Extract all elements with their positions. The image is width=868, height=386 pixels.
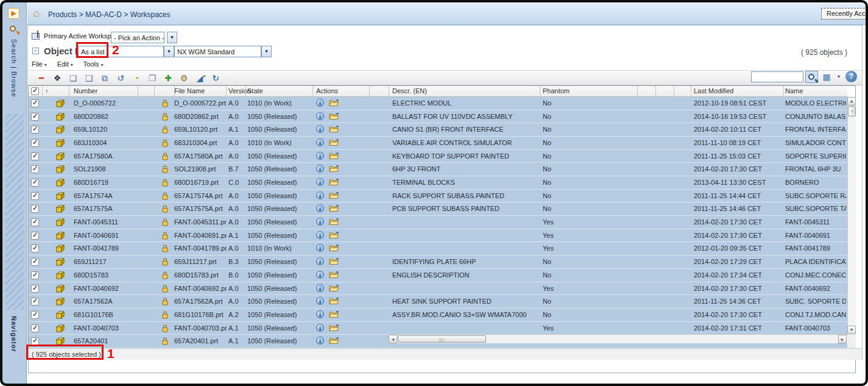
pick-action-dropdown[interactable]: - Pick an Action - bbox=[111, 32, 164, 43]
info-icon[interactable]: i bbox=[316, 99, 324, 107]
table-row[interactable]: 659L10120 659L10120.prt A.1 1050 (Releas… bbox=[29, 123, 847, 137]
scroll-right-icon[interactable]: ► bbox=[838, 335, 847, 343]
open-folder-icon[interactable] bbox=[329, 191, 339, 199]
info-icon[interactable]: i bbox=[316, 271, 324, 279]
info-icon[interactable]: i bbox=[316, 138, 324, 146]
table-row[interactable]: FANT-0040703 FANT-0040703.prt A.1 1050 (… bbox=[29, 322, 847, 335]
open-folder-icon[interactable] bbox=[329, 284, 339, 292]
recently-accessed-button[interactable]: Recently Accessed bbox=[821, 8, 868, 20]
info-icon[interactable]: i bbox=[316, 165, 324, 173]
row-checkbox[interactable] bbox=[31, 218, 39, 226]
row-checkbox[interactable] bbox=[31, 179, 39, 187]
history-clock-icon[interactable]: ◔ bbox=[129, 72, 144, 84]
copy-special-icon[interactable]: ❐ bbox=[144, 72, 160, 84]
info-icon[interactable]: i bbox=[316, 231, 324, 239]
add-icon[interactable]: ✚ bbox=[160, 72, 176, 84]
table-row[interactable]: 659J11217 659J11217.prt B.3 1050 (Releas… bbox=[29, 256, 847, 269]
row-checkbox[interactable] bbox=[31, 139, 39, 147]
column-header-last-modified[interactable]: Last Modified bbox=[694, 87, 733, 95]
row-checkbox[interactable] bbox=[31, 113, 39, 121]
column-header-state[interactable]: State bbox=[247, 87, 263, 95]
column-header-number[interactable]: Number bbox=[74, 87, 97, 95]
open-folder-icon[interactable] bbox=[329, 337, 339, 345]
sync-document-icon[interactable]: ↺ bbox=[113, 72, 129, 84]
remove-icon[interactable]: ━ bbox=[34, 72, 49, 84]
search-button[interactable] bbox=[805, 71, 818, 83]
breadcrumb[interactable]: Products > MAD-AC-D > Workspaces bbox=[48, 10, 171, 19]
table-row[interactable]: D_O-0005722 D_O-0005722.prt A.0 1010 (In… bbox=[29, 97, 847, 110]
open-folder-icon[interactable] bbox=[329, 125, 339, 133]
row-checkbox[interactable] bbox=[31, 126, 39, 134]
open-folder-icon[interactable] bbox=[329, 218, 339, 226]
table-row[interactable]: 683J10304 683J10304.prt A.0 1010 (In Wor… bbox=[29, 137, 847, 150]
table-row[interactable]: 657A17562A 657A17562A.prt A.0 1050 (Rele… bbox=[29, 295, 847, 309]
rotate-object-icon[interactable]: ❖ bbox=[49, 72, 65, 84]
open-folder-icon[interactable] bbox=[329, 138, 339, 146]
open-folder-icon[interactable] bbox=[329, 178, 339, 186]
info-icon[interactable]: i bbox=[316, 152, 324, 160]
info-icon[interactable]: i bbox=[316, 310, 324, 318]
open-folder-icon[interactable] bbox=[329, 310, 339, 318]
info-icon[interactable]: i bbox=[316, 191, 324, 199]
open-folder-icon[interactable] bbox=[329, 165, 339, 173]
standard-dropdown-arrow[interactable]: ▼ bbox=[261, 46, 272, 57]
info-icon[interactable]: i bbox=[316, 337, 324, 345]
row-checkbox[interactable] bbox=[31, 99, 39, 107]
horizontal-scrollbar[interactable]: ◄ ||| ► bbox=[389, 334, 847, 343]
row-checkbox[interactable] bbox=[31, 165, 39, 173]
column-header-descr[interactable]: Descr. (EN) bbox=[392, 87, 427, 95]
row-checkbox[interactable] bbox=[31, 232, 39, 240]
table-row[interactable]: FANT-0040691 FANT-0040691.prt A.1 1050 (… bbox=[29, 229, 847, 243]
info-icon[interactable]: i bbox=[316, 297, 324, 305]
open-folder-icon[interactable] bbox=[329, 112, 339, 120]
open-folder-icon[interactable] bbox=[329, 271, 339, 279]
table-row[interactable]: 657A17575A 657A17575A.prt A.0 1050 (Rele… bbox=[29, 202, 847, 216]
row-checkbox[interactable] bbox=[31, 205, 39, 213]
vertical-scrollbar[interactable]: ▲ ≡ ▼ bbox=[847, 97, 856, 335]
table-row[interactable]: FANT-0041789 FANT-0041789.prt A.0 1010 (… bbox=[29, 242, 847, 256]
view-mode-dropdown-arrow[interactable]: ▼ bbox=[164, 46, 174, 57]
select-all-checkbox[interactable] bbox=[31, 87, 39, 95]
search-input[interactable] bbox=[751, 71, 803, 82]
row-checkbox[interactable] bbox=[31, 245, 39, 252]
new-window-icon[interactable]: ❑ bbox=[81, 72, 97, 84]
info-icon[interactable]: i bbox=[316, 218, 324, 226]
row-checkbox[interactable] bbox=[31, 298, 39, 306]
vertical-scrollbar-thumb[interactable]: ≡ bbox=[848, 106, 856, 116]
table-row[interactable]: 680D15783 680D15783.prt B.0 1050 (Releas… bbox=[29, 269, 847, 282]
scroll-down-icon[interactable]: ▼ bbox=[847, 326, 856, 334]
table-row[interactable]: FANT-0045311 FANT-0045311.prt A.0 1050 (… bbox=[29, 216, 847, 229]
expand-panel-icon[interactable]: ▶ bbox=[8, 8, 19, 19]
standard-dropdown[interactable]: NX WGM Standard bbox=[174, 46, 261, 57]
refresh-icon[interactable]: ↻ bbox=[208, 72, 224, 84]
info-icon[interactable]: i bbox=[316, 284, 324, 292]
open-window-icon[interactable]: ⧉ bbox=[97, 72, 113, 84]
menu-file[interactable]: File▾ bbox=[32, 60, 47, 68]
search-icon[interactable] bbox=[10, 26, 19, 35]
scroll-up-icon[interactable]: ▲ bbox=[847, 97, 856, 105]
cad-standard-icon[interactable]: ◢✶ bbox=[192, 72, 208, 84]
column-header-actions[interactable]: Actions bbox=[316, 87, 338, 95]
open-folder-icon[interactable] bbox=[329, 324, 339, 332]
table-row[interactable]: 680D20862 680D20862.prt A.0 1050 (Releas… bbox=[29, 110, 847, 124]
menu-tools[interactable]: Tools▾ bbox=[83, 60, 104, 68]
settings-gear-icon[interactable]: ⚙ bbox=[176, 72, 192, 84]
pick-action-dropdown-arrow[interactable]: ▼ bbox=[167, 32, 177, 43]
menu-edit[interactable]: Edit▾ bbox=[57, 60, 73, 68]
column-header-name[interactable]: Name bbox=[785, 87, 803, 95]
open-folder-icon[interactable] bbox=[329, 244, 339, 252]
row-checkbox[interactable] bbox=[31, 324, 39, 332]
row-checkbox[interactable] bbox=[31, 258, 39, 266]
info-icon[interactable]: i bbox=[316, 178, 324, 186]
table-row[interactable]: SOL21908 SOL21908.prt B.7 1050 (Released… bbox=[29, 163, 847, 176]
horizontal-scrollbar-thumb[interactable]: ||| bbox=[398, 335, 486, 343]
row-checkbox[interactable] bbox=[31, 152, 39, 160]
row-checkbox[interactable] bbox=[31, 192, 39, 200]
table-row[interactable]: 681G10176B 681G10176B.prt A.2 1050 (Rele… bbox=[29, 309, 847, 322]
detach-view-icon[interactable]: ❏ bbox=[65, 72, 81, 84]
grid-view-icon[interactable]: ▦ bbox=[820, 71, 833, 82]
table-row[interactable]: 657A17574A 657A17574A.prt A.0 1050 (Rele… bbox=[29, 190, 847, 203]
open-folder-icon[interactable] bbox=[329, 204, 339, 212]
open-folder-icon[interactable] bbox=[329, 152, 339, 160]
home-icon[interactable]: ⌂ bbox=[34, 7, 40, 20]
